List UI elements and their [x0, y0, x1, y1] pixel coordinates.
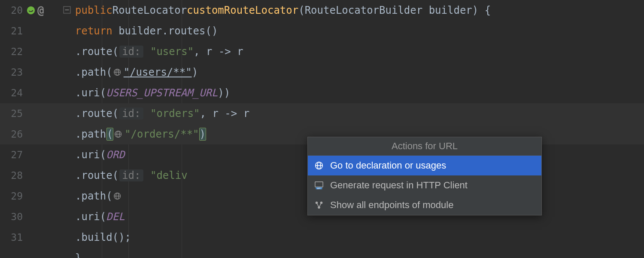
globe-icon[interactable] [113, 129, 125, 139]
api-icon: API [314, 180, 324, 190]
globe-icon [314, 160, 324, 171]
line-number: 31 [0, 232, 23, 243]
url-path[interactable]: "/orders/**" [125, 128, 199, 140]
svg-point-19 [320, 202, 323, 204]
spring-bean-icon[interactable] [26, 6, 36, 15]
code-area[interactable]: public RouteLocator customRouteLocator(R… [75, 0, 644, 258]
popup-item-label: Show all endpoints of module [330, 200, 453, 211]
code-line[interactable]: .route( id: "users", r -> r [75, 41, 644, 62]
url-actions-popup: Actions for URL Go to declaration or usa… [307, 137, 542, 215]
code-line[interactable]: .build(); [75, 227, 644, 248]
line-number: 28 [0, 170, 23, 181]
globe-icon[interactable] [112, 191, 124, 201]
line-number: 23 [0, 67, 23, 78]
code-line[interactable]: return builder.routes() [75, 21, 644, 41]
parameter-hint: id: [119, 108, 143, 120]
line-number: 22 [0, 46, 23, 57]
code-editor: 20 @ 21 22 23 24 25 26 27 28 29 30 31 [0, 0, 644, 258]
svg-rect-15 [315, 182, 323, 187]
fold-collapse-icon[interactable] [63, 6, 72, 15]
parameter-hint: id: [119, 169, 143, 181]
globe-icon[interactable] [112, 68, 124, 77]
endpoints-icon [314, 200, 324, 210]
svg-text:API: API [317, 187, 321, 190]
popup-item-label: Generate request in HTTP Client [330, 180, 468, 191]
svg-point-20 [318, 206, 320, 209]
action-show-endpoints[interactable]: Show all endpoints of module [308, 195, 541, 215]
bracket-match: ) [199, 128, 206, 141]
gutter: 20 @ 21 22 23 24 25 26 27 28 29 30 31 [0, 0, 75, 258]
code-line[interactable]: .route( id: "orders", r -> r [75, 103, 644, 124]
at-annotation-icon[interactable]: @ [37, 4, 44, 17]
code-line[interactable]: public RouteLocator customRouteLocator(R… [75, 0, 644, 21]
bracket-match: ( [106, 128, 113, 141]
line-number: 21 [0, 25, 23, 37]
line-number: 26 [0, 129, 23, 140]
line-number: 20 [0, 5, 23, 16]
line-number: 24 [0, 87, 23, 98]
svg-point-18 [316, 202, 318, 204]
parameter-hint: id: [119, 46, 143, 58]
line-number: 30 [0, 211, 23, 222]
line-number: 29 [0, 190, 23, 202]
action-generate-http-request[interactable]: API Generate request in HTTP Client [308, 175, 541, 195]
url-path[interactable]: "/users/**" [124, 66, 192, 78]
code-line[interactable]: } [75, 248, 644, 258]
popup-item-label: Go to declaration or usages [330, 160, 446, 171]
line-number: 27 [0, 149, 23, 160]
popup-title: Actions for URL [308, 137, 541, 156]
code-line[interactable]: .path("/users/**") [75, 62, 644, 83]
line-number: 25 [0, 108, 23, 119]
code-line[interactable]: .uri(USERS_UPSTREAM_URL)) [75, 83, 644, 103]
action-go-to-declaration[interactable]: Go to declaration or usages [308, 156, 541, 175]
svg-point-0 [27, 6, 35, 14]
